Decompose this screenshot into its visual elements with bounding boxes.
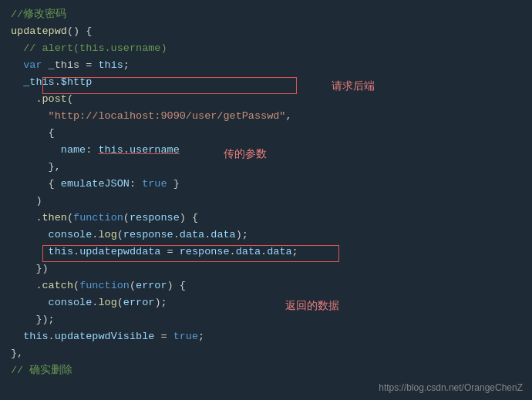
line-19: }); bbox=[11, 311, 532, 328]
line-10: }, bbox=[11, 159, 532, 176]
line-13: . then ( function ( response ) { bbox=[11, 210, 532, 227]
line-6: . post ( bbox=[11, 91, 532, 108]
line-18: console . log ( error ); bbox=[11, 294, 532, 311]
line-9: name : this . username bbox=[11, 142, 532, 159]
comment-1: //修改密码 bbox=[11, 6, 66, 23]
line-3: // alert(this.username) bbox=[11, 40, 532, 57]
line-4: var _this = this ; bbox=[11, 57, 532, 74]
line-5: _this . $http bbox=[11, 74, 532, 91]
footer-url: https://blog.csdn.net/OrangeChenZ bbox=[379, 381, 523, 395]
line-17: . catch ( function ( error ) { bbox=[11, 277, 532, 294]
line-14: console . log ( response . data . data )… bbox=[11, 227, 532, 244]
line-2: updatepwd() { bbox=[11, 23, 532, 40]
line-11: { emulateJSON : true } bbox=[11, 176, 532, 193]
line-7: "http://localhost:9090/user/getPasswd" , bbox=[11, 108, 532, 125]
line-21: }, bbox=[11, 345, 532, 362]
line-22: // 确实删除 bbox=[11, 362, 532, 379]
line-1: //修改密码 bbox=[11, 6, 532, 23]
line-16: }) bbox=[11, 261, 532, 277]
code-editor: //修改密码 updatepwd() { // alert(this.usern… bbox=[0, 0, 532, 385]
line-15: this . updatepwddata = response . data .… bbox=[11, 244, 532, 261]
url-string: "http://localhost:9090/user/getPasswd" bbox=[49, 108, 286, 125]
func-name: updatepwd bbox=[11, 23, 67, 40]
line-20: this . updatepwdVisible = true ; bbox=[11, 328, 532, 345]
line-8: { bbox=[11, 125, 532, 142]
line-12: ) bbox=[11, 193, 532, 210]
